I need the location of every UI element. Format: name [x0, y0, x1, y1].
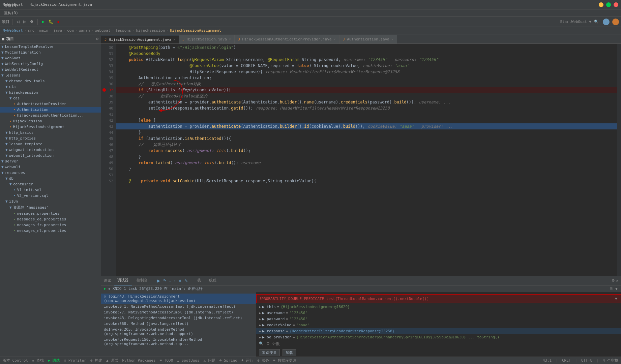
tree-item-12[interactable]: •HijackSessionAuthentication...	[0, 113, 101, 118]
tree-item-23[interactable]: ▼db	[0, 176, 101, 181]
bc-webgoat[interactable]: webgoat	[95, 28, 110, 33]
filter-btn2[interactable]: ▼	[615, 287, 618, 291]
tab-close-4[interactable]: ×	[391, 37, 393, 41]
tree-item-30[interactable]: •messages_de.properties	[0, 216, 101, 222]
var-item-0[interactable]: ▶▶ this={HijackSessionAssignment@18629}	[256, 304, 621, 310]
tree-item-24[interactable]: ▼container	[0, 181, 101, 187]
bottom-settings[interactable]: ⚙	[612, 278, 615, 283]
stop-btn[interactable]: ■	[56, 19, 61, 25]
toolbar-settings-btn[interactable]: ⚙	[29, 19, 35, 25]
minimap[interactable]	[617, 44, 621, 276]
tree-item-19[interactable]: ▼webwolf_introduction	[0, 153, 101, 158]
console-tab[interactable]: 控制台	[133, 276, 151, 285]
add-to-watches[interactable]: 追踪变量	[259, 349, 280, 356]
debug2-btn[interactable]: ▲ 调试	[106, 358, 118, 363]
var-item-5[interactable]: ▶▶ oo provider={HijackSessionAuthenticat…	[256, 334, 621, 340]
toolbar-back-btn[interactable]: ◁	[15, 19, 21, 25]
profiler-btn[interactable]: ⚙ Profiler	[64, 358, 86, 363]
step-over-btn[interactable]: ↷	[162, 278, 167, 284]
bc-file[interactable]: HijackSessionAssignment	[170, 28, 221, 33]
bc-com[interactable]: com	[67, 28, 74, 33]
minimize-button[interactable]	[599, 2, 603, 7]
tree-item-2[interactable]: ▼WebGoat	[0, 55, 101, 61]
debug-tab[interactable]: 调试器	[114, 276, 132, 285]
tree-item-10[interactable]: •AuthenticationProvider	[0, 101, 101, 107]
menu-item-A[interactable]: 分析(A)	[1, 2, 21, 9]
tab-hijack-session[interactable]: J HijackSession.java ×	[179, 35, 235, 43]
tree-item-22[interactable]: ▼resources	[0, 170, 101, 176]
tree-item-25[interactable]: •V1_init.sql	[0, 187, 101, 193]
tree-item-0[interactable]: ▼LessonTemplateResolver	[0, 44, 101, 50]
tree-item-27[interactable]: ▼i18n	[0, 199, 101, 204]
bc-lessons[interactable]: lessons	[115, 28, 131, 33]
var-item-1[interactable]: ▶▶ username="123456"	[256, 310, 621, 316]
add-btn[interactable]: 加载	[283, 349, 296, 356]
python-btn[interactable]: Python Packages	[122, 358, 155, 363]
stack-frame-2[interactable]: invoke:77, NativeMethodAccessorImpl (jdk…	[101, 309, 256, 315]
sidebar-settings[interactable]: ⚙	[96, 37, 99, 41]
bottom-close[interactable]: ×	[616, 279, 618, 283]
bc-wanan[interactable]: wanan	[79, 28, 90, 33]
version-control-btn[interactable]: 版本 Control	[3, 358, 28, 363]
var-search[interactable]: 🔍	[259, 341, 264, 346]
tab-authentication[interactable]: J Authentication.java ×	[339, 35, 397, 43]
stack-frame-0[interactable]: ⊙ login43, HijackSessionAssignment (com.…	[101, 294, 256, 304]
bc-hijacksession[interactable]: hijacksession	[136, 28, 165, 33]
tree-item-4[interactable]: ▼WebWolfRedirect	[0, 67, 101, 72]
stack-frame-3[interactable]: invoke:43, DelegatingMethodAccessorImpl …	[101, 315, 256, 321]
find-btn[interactable]: ★ 查找	[32, 358, 44, 363]
evaluate-btn[interactable]: ✎	[184, 278, 188, 284]
bc-java[interactable]: java	[53, 28, 62, 33]
run-btn[interactable]: ▶	[40, 19, 46, 25]
bc-src[interactable]: src	[28, 28, 34, 33]
stack-frame-5[interactable]: doInvoke:205, InvocableHandlerMethod (or…	[101, 327, 256, 337]
step-out-btn[interactable]: ↑	[173, 278, 176, 284]
tab-auth-provider[interactable]: J HijackSessionAuthenticationProvider.ja…	[235, 35, 339, 43]
filter-btn[interactable]: ⊟	[610, 286, 613, 291]
expr-menu-btn[interactable]: ▼	[614, 297, 618, 301]
tree-item-15[interactable]: ▼http_basics	[0, 130, 101, 135]
spotbugs-btn[interactable]: ☁ SpotBugs	[177, 358, 199, 363]
step-into-btn[interactable]: ↓	[168, 278, 172, 284]
menu-item-R[interactable]: 重构(R)	[1, 9, 21, 17]
tab-close-2[interactable]: ×	[229, 37, 231, 41]
resume-btn[interactable]: ▶	[156, 278, 161, 284]
db-changes-btn[interactable]: ≡ 数据库更改	[273, 358, 296, 363]
stack-frame-4[interactable]: invoke:568, Method (java.lang.reflect)	[101, 321, 256, 327]
tab-close-1[interactable]: ×	[173, 38, 175, 41]
tab-hijack-assignment[interactable]: J HijackSessionAssignment.java ×	[101, 35, 179, 43]
debug-status-btn[interactable]: ▶ 调试	[48, 358, 60, 363]
tree-item-20[interactable]: ▼server	[0, 158, 101, 164]
tree-item-8[interactable]: ▼hijacksession	[0, 90, 101, 95]
bc-main[interactable]: main	[39, 28, 49, 33]
stack-frame-1[interactable]: invoke:0-1, NativeMethodAccessorImpl (jd…	[101, 304, 256, 309]
problems-btn[interactable]: ⚠ 问题	[204, 358, 215, 363]
tree-item-29[interactable]: •messages.properties	[0, 211, 101, 216]
threads-tab[interactable]: 栈	[194, 276, 204, 285]
bc-mywebgoat[interactable]: MyWebGoat	[3, 28, 23, 33]
todo-btn[interactable]: ≡ TODO	[160, 358, 173, 363]
run-status2-btn[interactable]: ♦ 运行	[241, 358, 253, 363]
search-everywhere-btn[interactable]: 🔍	[593, 19, 600, 25]
code-content[interactable]: @PostMapping(path = ☉"/HijackSession/log…	[116, 44, 617, 276]
tree-item-1[interactable]: ▼MvcConfiguration	[0, 50, 101, 55]
line-37-bp[interactable]: 37	[101, 87, 116, 93]
services-btn[interactable]: ⚙ 服务	[257, 358, 269, 363]
stack-frame-6[interactable]: invokeForRequest:150, InvocableHandlerMe…	[101, 337, 256, 347]
run-to-cursor-btn[interactable]: ↡	[178, 278, 182, 284]
tree-item-31[interactable]: •messages_fr.properties	[0, 222, 101, 228]
var-settings[interactable]: ⚙	[266, 341, 270, 346]
tree-item-21[interactable]: ▼webwolf	[0, 164, 101, 170]
tree-item-18[interactable]: ▼webgoat_introduction	[0, 147, 101, 153]
tree-item-14[interactable]: •HijackSessionAssignment	[0, 124, 101, 130]
build-btn[interactable]: ⚙ 构建	[90, 358, 102, 363]
tree-item-5[interactable]: ▼lessons	[0, 72, 101, 78]
tree-item-13[interactable]: •HijackSession	[0, 118, 101, 124]
tree-item-3[interactable]: ▼WebSecurityConfig	[0, 61, 101, 67]
spring-btn[interactable]: ☘ Spring	[219, 358, 237, 363]
tree-item-26[interactable]: •V2_version.sql	[0, 193, 101, 199]
window-controls[interactable]	[599, 2, 618, 7]
tree-item-17[interactable]: ▼lesson_template	[0, 141, 101, 147]
tree-item-9[interactable]: ▼cas	[0, 95, 101, 101]
debug-btn[interactable]: 🐛	[47, 19, 55, 25]
